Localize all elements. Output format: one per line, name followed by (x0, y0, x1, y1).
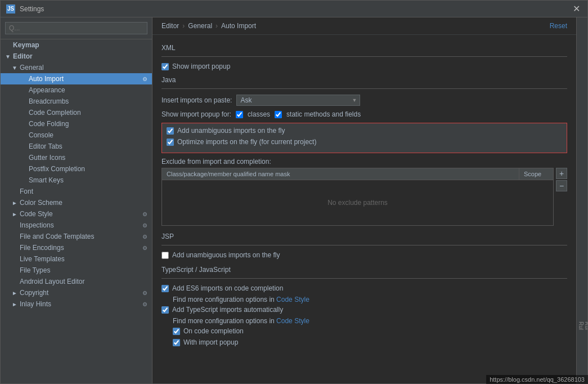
on-completion-checkbox[interactable] (173, 328, 180, 335)
config-link1-pre: Find more configuration options in (173, 296, 276, 303)
show-popup-for-row: Show import popup for: classes static me… (161, 110, 567, 118)
sidebar-item-label: Android Layout Editor (20, 278, 84, 285)
search-input[interactable] (5, 22, 147, 34)
sidebar-item-console[interactable]: Console (1, 130, 152, 141)
static-methods-checkbox[interactable] (275, 111, 282, 118)
table-header: Class/package/member qualified name mask… (162, 168, 553, 180)
xml-section-label: XML (161, 44, 567, 52)
sidebar-item-code-style[interactable]: ► Code Style ⚙ (1, 208, 152, 220)
remove-pattern-button[interactable]: − (556, 180, 567, 191)
sidebar-item-label: Postfix Completion (29, 165, 85, 173)
classes-label: classes (248, 110, 270, 118)
arrow-icon: ▼ (5, 53, 11, 60)
sidebar-item-file-encodings[interactable]: File Encodings ⚙ (1, 242, 152, 253)
insert-imports-row: Insert imports on paste: Ask Always Neve… (161, 95, 567, 106)
sidebar-item-smart-keys[interactable]: Smart Keys (1, 175, 152, 186)
breadcrumb-general: General (188, 22, 212, 30)
sidebar-item-code-completion[interactable]: Code Completion (1, 107, 152, 118)
show-import-popup-label: Show import popup (172, 62, 230, 70)
settings-icon: ⚙ (142, 222, 147, 229)
table-container: Class/package/member qualified name mask… (161, 168, 567, 226)
sidebar-item-color-scheme[interactable]: ► Color Scheme (1, 197, 152, 208)
exclude-table: Class/package/member qualified name mask… (161, 168, 554, 226)
jsp-add-unambiguous-checkbox[interactable] (161, 252, 169, 259)
breadcrumb-sep1: › (182, 22, 185, 30)
sidebar-item-copyright[interactable]: ► Copyright ⚙ (1, 287, 152, 298)
sidebar-item-keymap[interactable]: Keymap (1, 39, 152, 51)
settings-icon: ⚙ (142, 234, 147, 240)
config-link2-row: Find more configuration options in Code … (173, 317, 567, 325)
classes-checkbox[interactable] (236, 111, 243, 118)
sidebar-item-appearance[interactable]: Appearance (1, 84, 152, 96)
settings-window: JS Settings ✕ Keymap ▼ Editor ▼ General (0, 0, 588, 384)
code-style-link1[interactable]: Code Style (276, 296, 309, 303)
insert-imports-label: Insert imports on paste: (161, 96, 232, 104)
sidebar-item-breadcrumbs[interactable]: Breadcrumbs (1, 96, 152, 107)
settings-icon: ⚙ (142, 211, 147, 217)
sidebar-item-label: File and Code Templates (20, 233, 95, 240)
settings-icon: ⚙ (142, 76, 147, 82)
add-ts-label: Add TypeScript imports automatically (172, 306, 283, 314)
add-ts-checkbox[interactable] (161, 306, 169, 314)
sidebar-item-postfix-completion[interactable]: Postfix Completion (1, 163, 152, 175)
window-title: Settings (20, 5, 44, 13)
sidebar-item-code-folding[interactable]: Code Folding (1, 118, 152, 130)
add-pattern-button[interactable]: + (556, 168, 567, 179)
ts-section: TypeScript / JavaScript Add ES6 imports … (161, 266, 567, 346)
bottom-url: https://blog.csdn.net/qq_36268103 (486, 375, 588, 384)
on-completion-label: On code completion (183, 327, 244, 335)
sidebar-item-label: General (20, 64, 44, 72)
sidebar-item-gutter-icons[interactable]: Gutter Icons (1, 152, 152, 163)
sidebar-item-editor[interactable]: ▼ Editor (1, 51, 152, 62)
sidebar-item-inspections[interactable]: Inspections ⚙ (1, 220, 152, 231)
code-style-link2[interactable]: Code Style (276, 317, 309, 325)
config-link2-pre: Find more configuration options in (173, 317, 276, 325)
sidebar-item-live-templates[interactable]: Live Templates (1, 253, 152, 265)
search-box (1, 17, 152, 39)
jsp-add-unambiguous-row: Add unambiguous imports on the fly (161, 251, 567, 259)
title-bar: JS Settings ✕ (1, 1, 587, 17)
close-button[interactable]: ✕ (571, 3, 582, 14)
add-unambiguous-row: Add unambiguous imports on the fly (167, 127, 562, 135)
right-edge: RulRul (576, 17, 587, 383)
sidebar-item-label: Code Folding (29, 120, 69, 128)
sidebar-item-label: Smart Keys (29, 176, 64, 184)
sidebar-item-label: Font (20, 187, 33, 195)
sidebar-item-label: Console (29, 131, 53, 139)
reset-button[interactable]: Reset (550, 22, 567, 30)
add-es6-checkbox[interactable] (161, 285, 169, 292)
right-panel: Editor › General › Auto Import Reset XML… (152, 17, 576, 383)
sidebar-item-file-and-code-templates[interactable]: File and Code Templates ⚙ (1, 231, 152, 242)
show-import-popup-checkbox[interactable] (161, 63, 169, 70)
no-patterns-label: No exclude patterns (327, 182, 388, 224)
sidebar-item-label: Inspections (20, 221, 54, 229)
sidebar-item-label: Copyright (20, 289, 48, 297)
java-divider (161, 88, 567, 89)
show-import-popup-row: Show import popup (161, 62, 567, 70)
add-unambiguous-checkbox[interactable] (167, 127, 174, 135)
sidebar-item-label: Editor (13, 52, 33, 60)
with-import-popup-checkbox[interactable] (173, 339, 180, 346)
xml-section: XML Show import popup (161, 44, 567, 70)
sidebar-item-inlay-hints[interactable]: ► Inlay Hints ⚙ (1, 298, 152, 310)
insert-imports-select[interactable]: Ask Always Never (236, 95, 360, 106)
sidebar-item-android-layout-editor[interactable]: Android Layout Editor (1, 276, 152, 287)
sidebar-item-file-types[interactable]: File Types (1, 265, 152, 276)
settings-icon: ⚙ (142, 290, 147, 296)
sidebar-item-label: Live Templates (20, 255, 65, 263)
add-es6-row: Add ES6 imports on code completion (161, 284, 567, 292)
sidebar-item-general[interactable]: ▼ General (1, 62, 152, 73)
sidebar-item-font[interactable]: Font (1, 186, 152, 197)
sidebar-item-editor-tabs[interactable]: Editor Tabs (1, 141, 152, 152)
breadcrumb: Editor › General › Auto Import (152, 17, 576, 35)
jsp-divider (161, 245, 567, 245)
sidebar-item-auto-import[interactable]: Auto Import ⚙ (1, 73, 152, 84)
add-unambiguous-label: Add unambiguous imports on the fly (177, 127, 285, 135)
optimize-imports-checkbox[interactable] (167, 139, 174, 146)
table-col2-header: Scope (519, 168, 553, 180)
java-section-label: Java (161, 76, 567, 84)
with-import-popup-row: With import popup (161, 338, 567, 346)
breadcrumb-row: Editor › General › Auto Import Reset (152, 17, 576, 35)
insert-imports-select-wrapper: Ask Always Never (236, 95, 360, 106)
ts-divider (161, 278, 567, 279)
